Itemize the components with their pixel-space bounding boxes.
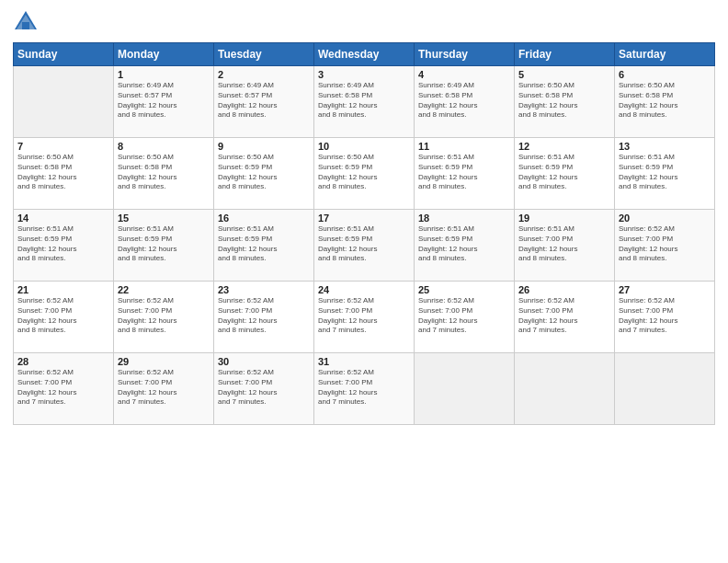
calendar-cell: 24Sunrise: 6:52 AMSunset: 7:00 PMDayligh… <box>314 282 415 353</box>
day-number: 2 <box>218 69 310 80</box>
calendar-cell <box>415 353 515 425</box>
logo-icon <box>13 9 39 35</box>
day-info: Sunrise: 6:52 AMSunset: 7:00 PMDaylight:… <box>17 296 109 336</box>
calendar-cell: 2Sunrise: 6:49 AMSunset: 6:57 PMDaylight… <box>214 66 314 138</box>
day-number: 4 <box>418 69 510 80</box>
day-number: 24 <box>318 284 410 295</box>
calendar-cell: 31Sunrise: 6:52 AMSunset: 7:00 PMDayligh… <box>314 353 415 425</box>
calendar-cell: 18Sunrise: 6:51 AMSunset: 6:59 PMDayligh… <box>415 210 515 282</box>
col-header-monday: Monday <box>114 43 214 66</box>
day-info: Sunrise: 6:51 AMSunset: 6:59 PMDaylight:… <box>318 224 410 264</box>
day-number: 6 <box>619 69 711 80</box>
week-row-1: 7Sunrise: 6:50 AMSunset: 6:58 PMDaylight… <box>14 138 715 210</box>
calendar-cell: 25Sunrise: 6:52 AMSunset: 7:00 PMDayligh… <box>415 282 515 353</box>
calendar-cell: 11Sunrise: 6:51 AMSunset: 6:59 PMDayligh… <box>415 138 515 210</box>
svg-rect-2 <box>22 22 29 29</box>
day-info: Sunrise: 6:51 AMSunset: 6:59 PMDaylight:… <box>619 153 711 192</box>
day-number: 22 <box>118 284 210 295</box>
calendar-cell: 7Sunrise: 6:50 AMSunset: 6:58 PMDaylight… <box>14 138 114 210</box>
day-info: Sunrise: 6:49 AMSunset: 6:57 PMDaylight:… <box>118 81 210 121</box>
day-info: Sunrise: 6:51 AMSunset: 6:59 PMDaylight:… <box>118 224 210 264</box>
col-header-thursday: Thursday <box>415 43 515 66</box>
week-row-4: 28Sunrise: 6:52 AMSunset: 7:00 PMDayligh… <box>14 353 715 425</box>
day-number: 23 <box>218 284 310 295</box>
col-header-sunday: Sunday <box>14 43 114 66</box>
day-number: 7 <box>17 141 109 152</box>
calendar-cell <box>14 66 114 138</box>
day-info: Sunrise: 6:52 AMSunset: 7:00 PMDaylight:… <box>619 296 711 336</box>
col-header-friday: Friday <box>515 43 615 66</box>
day-number: 10 <box>318 141 410 152</box>
day-info: Sunrise: 6:51 AMSunset: 6:59 PMDaylight:… <box>518 153 610 192</box>
calendar-cell: 29Sunrise: 6:52 AMSunset: 7:00 PMDayligh… <box>114 353 214 425</box>
calendar-cell: 13Sunrise: 6:51 AMSunset: 6:59 PMDayligh… <box>615 138 715 210</box>
day-number: 5 <box>518 69 610 80</box>
calendar-cell: 9Sunrise: 6:50 AMSunset: 6:59 PMDaylight… <box>214 138 314 210</box>
day-number: 11 <box>418 141 510 152</box>
calendar-cell: 12Sunrise: 6:51 AMSunset: 6:59 PMDayligh… <box>515 138 615 210</box>
header <box>13 9 715 35</box>
day-number: 15 <box>118 213 210 224</box>
week-row-2: 14Sunrise: 6:51 AMSunset: 6:59 PMDayligh… <box>14 210 715 282</box>
day-info: Sunrise: 6:51 AMSunset: 6:59 PMDaylight:… <box>218 224 310 264</box>
day-info: Sunrise: 6:50 AMSunset: 6:58 PMDaylight:… <box>17 153 109 192</box>
day-info: Sunrise: 6:51 AMSunset: 6:59 PMDaylight:… <box>418 153 510 192</box>
day-info: Sunrise: 6:49 AMSunset: 6:58 PMDaylight:… <box>418 81 510 121</box>
calendar-cell <box>615 353 715 425</box>
calendar-cell: 15Sunrise: 6:51 AMSunset: 6:59 PMDayligh… <box>114 210 214 282</box>
calendar-cell: 21Sunrise: 6:52 AMSunset: 7:00 PMDayligh… <box>14 282 114 353</box>
calendar-cell: 5Sunrise: 6:50 AMSunset: 6:58 PMDaylight… <box>515 66 615 138</box>
day-number: 3 <box>318 69 410 80</box>
day-number: 8 <box>118 141 210 152</box>
calendar-cell: 27Sunrise: 6:52 AMSunset: 7:00 PMDayligh… <box>615 282 715 353</box>
day-number: 21 <box>17 284 109 295</box>
calendar-cell: 4Sunrise: 6:49 AMSunset: 6:58 PMDaylight… <box>415 66 515 138</box>
day-info: Sunrise: 6:51 AMSunset: 6:59 PMDaylight:… <box>418 224 510 264</box>
calendar-header-row: SundayMondayTuesdayWednesdayThursdayFrid… <box>14 43 715 66</box>
calendar-cell: 19Sunrise: 6:51 AMSunset: 7:00 PMDayligh… <box>515 210 615 282</box>
day-info: Sunrise: 6:51 AMSunset: 7:00 PMDaylight:… <box>518 224 610 264</box>
calendar-cell: 6Sunrise: 6:50 AMSunset: 6:58 PMDaylight… <box>615 66 715 138</box>
calendar-cell: 1Sunrise: 6:49 AMSunset: 6:57 PMDaylight… <box>114 66 214 138</box>
day-number: 28 <box>17 356 109 367</box>
day-number: 14 <box>17 213 109 224</box>
week-row-0: 1Sunrise: 6:49 AMSunset: 6:57 PMDaylight… <box>14 66 715 138</box>
day-number: 16 <box>218 213 310 224</box>
week-row-3: 21Sunrise: 6:52 AMSunset: 7:00 PMDayligh… <box>14 282 715 353</box>
col-header-tuesday: Tuesday <box>214 43 314 66</box>
day-info: Sunrise: 6:52 AMSunset: 7:00 PMDaylight:… <box>518 296 610 336</box>
day-info: Sunrise: 6:49 AMSunset: 6:58 PMDaylight:… <box>318 81 410 121</box>
col-header-saturday: Saturday <box>615 43 715 66</box>
day-number: 27 <box>619 284 711 295</box>
day-info: Sunrise: 6:49 AMSunset: 6:57 PMDaylight:… <box>218 81 310 121</box>
calendar-cell: 17Sunrise: 6:51 AMSunset: 6:59 PMDayligh… <box>314 210 415 282</box>
calendar-cell: 22Sunrise: 6:52 AMSunset: 7:00 PMDayligh… <box>114 282 214 353</box>
day-info: Sunrise: 6:50 AMSunset: 6:59 PMDaylight:… <box>318 153 410 192</box>
day-info: Sunrise: 6:50 AMSunset: 6:58 PMDaylight:… <box>518 81 610 121</box>
calendar-cell <box>515 353 615 425</box>
day-number: 29 <box>118 356 210 367</box>
day-number: 30 <box>218 356 310 367</box>
day-number: 20 <box>619 213 711 224</box>
calendar-cell: 20Sunrise: 6:52 AMSunset: 7:00 PMDayligh… <box>615 210 715 282</box>
logo <box>13 9 42 35</box>
calendar-cell: 28Sunrise: 6:52 AMSunset: 7:00 PMDayligh… <box>14 353 114 425</box>
calendar-cell: 23Sunrise: 6:52 AMSunset: 7:00 PMDayligh… <box>214 282 314 353</box>
calendar-table: SundayMondayTuesdayWednesdayThursdayFrid… <box>13 42 715 425</box>
day-info: Sunrise: 6:52 AMSunset: 7:00 PMDaylight:… <box>318 296 410 336</box>
day-info: Sunrise: 6:52 AMSunset: 7:00 PMDaylight:… <box>619 224 711 264</box>
day-info: Sunrise: 6:50 AMSunset: 6:59 PMDaylight:… <box>218 153 310 192</box>
calendar-cell: 14Sunrise: 6:51 AMSunset: 6:59 PMDayligh… <box>14 210 114 282</box>
calendar-cell: 8Sunrise: 6:50 AMSunset: 6:58 PMDaylight… <box>114 138 214 210</box>
calendar-cell: 30Sunrise: 6:52 AMSunset: 7:00 PMDayligh… <box>214 353 314 425</box>
day-number: 19 <box>518 213 610 224</box>
calendar-cell: 10Sunrise: 6:50 AMSunset: 6:59 PMDayligh… <box>314 138 415 210</box>
col-header-wednesday: Wednesday <box>314 43 415 66</box>
day-info: Sunrise: 6:52 AMSunset: 7:00 PMDaylight:… <box>318 368 410 408</box>
day-info: Sunrise: 6:51 AMSunset: 6:59 PMDaylight:… <box>17 224 109 264</box>
calendar-cell: 26Sunrise: 6:52 AMSunset: 7:00 PMDayligh… <box>515 282 615 353</box>
day-info: Sunrise: 6:52 AMSunset: 7:00 PMDaylight:… <box>418 296 510 336</box>
day-number: 26 <box>518 284 610 295</box>
day-info: Sunrise: 6:50 AMSunset: 6:58 PMDaylight:… <box>118 153 210 192</box>
page: SundayMondayTuesdayWednesdayThursdayFrid… <box>0 0 728 563</box>
